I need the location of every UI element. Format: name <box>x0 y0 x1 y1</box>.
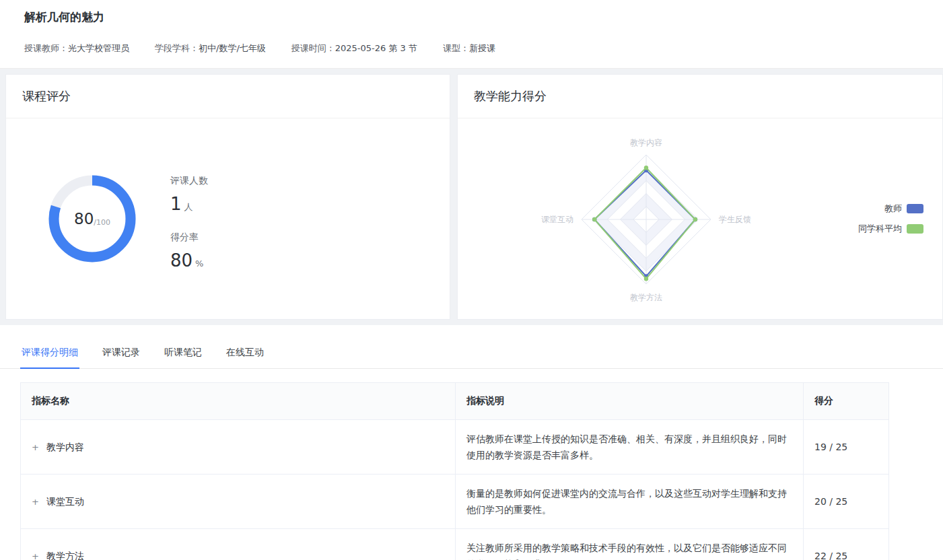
lesson-meta-item-3: 课型：新授课 <box>443 42 495 55</box>
indicator-name-cell: +教学方法 <box>21 529 456 560</box>
stat-label: 评课人数 <box>170 175 208 187</box>
legend-swatch <box>907 204 923 213</box>
meta-label: 授课教师： <box>24 43 68 53</box>
expand-plus-icon[interactable]: + <box>32 494 40 510</box>
indicator-name-cell: +课堂互动 <box>21 475 456 529</box>
lesson-meta-row: 授课教师：光大学校管理员学段学科：初中/数学/七年级授课时间：2025-05-2… <box>24 42 919 55</box>
legend-swatch <box>907 224 923 234</box>
indicator-score-table: 指标名称指标说明得分 +教学内容评估教师在课堂上传授的知识是否准确、相关、有深度… <box>20 382 889 560</box>
table-row: +教学内容评估教师在课堂上传授的知识是否准确、相关、有深度，并且组织良好，同时使… <box>21 420 889 475</box>
meta-label: 学段学科： <box>155 43 199 53</box>
score-stats: 评课人数1人得分率80% <box>170 167 208 271</box>
tab-3[interactable]: 在线互动 <box>225 344 265 368</box>
tab-2[interactable]: 听课笔记 <box>163 344 203 368</box>
radar-legend-item-1[interactable]: 同学科平均 <box>835 223 923 235</box>
table-header-0: 指标名称 <box>21 383 456 420</box>
indicator-score-cell: 20 / 25 <box>804 475 889 529</box>
lesson-meta-item-2: 授课时间：2025-05-26 第 3 节 <box>291 42 417 55</box>
table-header-row: 指标名称指标说明得分 <box>21 383 889 420</box>
stat-value: 80 <box>170 250 193 271</box>
meta-value: 光大学校管理员 <box>68 43 129 53</box>
indicator-name: 教学内容 <box>46 442 84 452</box>
stat-value: 1 <box>170 194 182 214</box>
indicator-score-cell: 22 / 25 <box>804 529 889 560</box>
score-gauge-text: 80 /100 <box>45 172 139 266</box>
stat-unit: 人 <box>184 202 193 212</box>
detail-tabs: 评课得分明细评课记录听课笔记在线互动 <box>0 344 943 369</box>
indicator-name: 课堂互动 <box>46 496 84 507</box>
meta-value: 2025-05-26 第 3 节 <box>335 43 417 53</box>
teaching-ability-card-title: 教学能力得分 <box>458 75 942 118</box>
legend-label: 教师 <box>884 203 902 215</box>
radar-chart: 教学内容学生反馈教学方法课堂互动 <box>458 118 835 319</box>
stat-label: 得分率 <box>170 232 208 244</box>
table-header-1: 指标说明 <box>456 383 804 420</box>
meta-label: 课型： <box>443 43 469 53</box>
expand-plus-icon[interactable]: + <box>32 549 40 560</box>
score-gauge-value: 80 <box>74 210 94 228</box>
table-row: +课堂互动衡量的是教师如何促进课堂内的交流与合作，以及这些互动对学生理解和支持他… <box>21 475 889 529</box>
indicator-desc-cell: 衡量的是教师如何促进课堂内的交流与合作，以及这些互动对学生理解和支持他们学习的重… <box>456 475 804 529</box>
tab-1[interactable]: 评课记录 <box>101 344 141 368</box>
course-score-card: 课程评分 80 /100 评课人数1人得分率80% <box>5 74 450 320</box>
lesson-evaluation-page: 解析几何的魅力 授课教师：光大学校管理员学段学科：初中/数学/七年级授课时间：2… <box>0 0 943 560</box>
expand-plus-icon[interactable]: + <box>32 440 40 456</box>
score-stat-0: 评课人数1人 <box>170 175 208 214</box>
teaching-ability-card: 教学能力得分 教学内容学生反馈教学方法课堂互动 教师同学科平均 <box>457 74 943 320</box>
svg-text:课堂互动: 课堂互动 <box>541 215 573 224</box>
indicator-desc-cell: 关注教师所采用的教学策略和技术手段的有效性，以及它们是否能够适应不同的学习风格和… <box>456 529 804 560</box>
svg-text:教学方法: 教学方法 <box>630 293 662 302</box>
legend-label: 同学科平均 <box>858 223 902 235</box>
score-donut-gauge: 80 /100 <box>45 172 139 266</box>
score-stat-1: 得分率80% <box>170 232 208 271</box>
stat-value-row: 80% <box>170 250 208 271</box>
lesson-header: 解析几何的魅力 授课教师：光大学校管理员学段学科：初中/数学/七年级授课时间：2… <box>0 0 943 69</box>
meta-value: 新授课 <box>469 43 495 53</box>
summary-cards-row: 课程评分 80 /100 评课人数1人得分率80% 教学能力得分 教学内容学生反… <box>0 69 943 320</box>
indicator-score-cell: 19 / 25 <box>804 420 889 475</box>
indicator-desc-cell: 评估教师在课堂上传授的知识是否准确、相关、有深度，并且组织良好，同时使用的教学资… <box>456 420 804 475</box>
stat-value-row: 1人 <box>170 194 208 214</box>
tab-0[interactable]: 评课得分明细 <box>20 344 79 368</box>
table-header-2: 得分 <box>804 383 889 420</box>
indicator-name-cell: +教学内容 <box>21 420 456 475</box>
course-score-card-title: 课程评分 <box>6 75 450 118</box>
indicator-name: 教学方法 <box>46 551 84 560</box>
svg-text:学生反馈: 学生反馈 <box>719 215 751 224</box>
stat-unit: % <box>195 258 203 269</box>
svg-text:教学内容: 教学内容 <box>630 138 662 147</box>
radar-legend-item-0[interactable]: 教师 <box>835 203 923 215</box>
teaching-ability-card-body: 教学内容学生反馈教学方法课堂互动 教师同学科平均 <box>458 118 942 319</box>
detail-section: 评课得分明细评课记录听课笔记在线互动 指标名称指标说明得分 +教学内容评估教师在… <box>0 325 943 560</box>
course-score-card-body: 80 /100 评课人数1人得分率80% <box>6 118 450 319</box>
radar-legend: 教师同学科平均 <box>835 203 942 235</box>
page-title: 解析几何的魅力 <box>24 9 919 25</box>
table-row: +教学方法关注教师所采用的教学策略和技术手段的有效性，以及它们是否能够适应不同的… <box>21 529 889 560</box>
score-gauge-total: /100 <box>94 218 110 227</box>
meta-value: 初中/数学/七年级 <box>199 43 266 53</box>
lesson-meta-item-1: 学段学科：初中/数学/七年级 <box>155 42 266 55</box>
meta-label: 授课时间： <box>291 43 335 53</box>
lesson-meta-item-0: 授课教师：光大学校管理员 <box>24 42 129 55</box>
